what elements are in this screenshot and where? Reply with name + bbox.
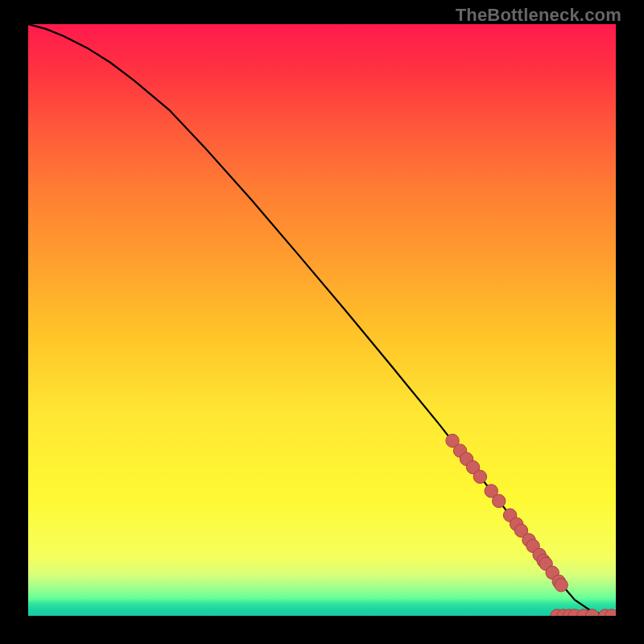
data-marker bbox=[473, 470, 486, 483]
data-marker bbox=[555, 579, 568, 592]
bottleneck-curve bbox=[28, 24, 616, 616]
data-marker bbox=[493, 494, 506, 507]
chart-overlay-svg bbox=[28, 24, 616, 616]
data-marker bbox=[586, 609, 599, 616]
chart-stage: TheBottleneck.com bbox=[0, 0, 644, 644]
plot-area bbox=[28, 24, 616, 616]
data-markers bbox=[446, 434, 616, 616]
watermark-text: TheBottleneck.com bbox=[456, 5, 621, 26]
